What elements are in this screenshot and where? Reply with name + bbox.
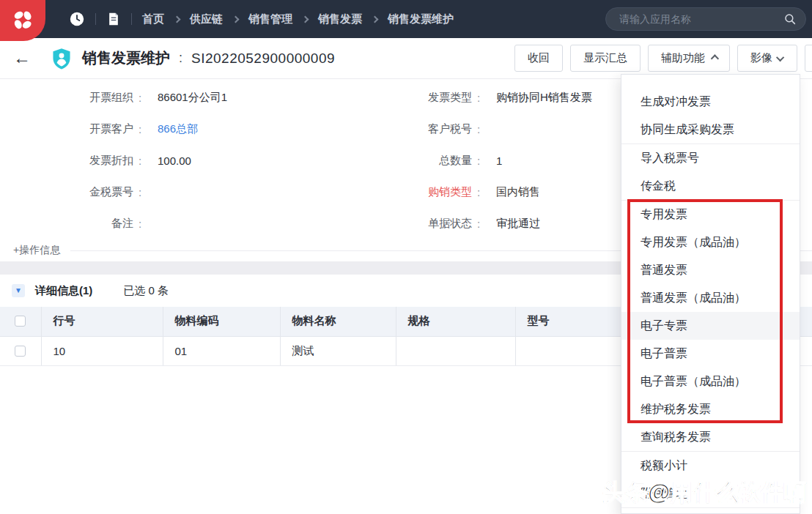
col-material-code[interactable]: 物料编码 (163, 307, 280, 336)
clover-logo-icon (10, 7, 35, 35)
page-header: ← 销售发票维护 : SI2022052900000009 收回 显示汇总 辅助… (0, 38, 812, 79)
purchase-sale-type-value: 国内销售 (496, 185, 540, 199)
auxiliary-functions-button[interactable]: 辅助功能 (648, 45, 730, 72)
topbar-divider (131, 13, 132, 25)
invoice-doc-number: SI2022052900000009 (191, 51, 335, 67)
field-label: 单据状态 (396, 217, 472, 231)
billing-org-value: 86601分公司1 (158, 91, 227, 105)
form-row-billing-customer: 开票客户 : 866总部 (0, 113, 396, 145)
field-label: 总数量 (396, 154, 472, 168)
detail-title: 详细信息(1) (35, 284, 92, 298)
auxiliary-functions-dropdown: 生成对冲发票 协同生成采购发票 导入税票号 传金税 专用发票 专用发票（成品油）… (621, 74, 800, 514)
field-colon: : (139, 154, 146, 167)
field-colon: : (139, 186, 146, 198)
col-line-no[interactable]: 行号 (41, 307, 163, 336)
menu-item-electronic-ordinary-invoice-refined-oil[interactable]: 电子普票（成品油） (621, 368, 800, 395)
field-colon: : (139, 92, 146, 104)
breadcrumb-sales-management[interactable]: 销售管理 (248, 12, 292, 26)
document-icon[interactable] (106, 12, 121, 26)
operation-info-expander[interactable]: +操作信息 (13, 244, 60, 257)
menu-item-generate-offset-invoice[interactable]: 生成对冲发票 (621, 88, 800, 116)
row-checkbox[interactable] (15, 346, 26, 357)
breadcrumb-supply-chain[interactable]: 供应链 (190, 12, 223, 26)
topbar-divider (95, 13, 96, 25)
chevron-right-icon (232, 15, 240, 23)
field-colon: : (477, 217, 484, 230)
menu-item-query-tax-invoice[interactable]: 查询税务发票 (621, 423, 800, 451)
collapse-toggle[interactable]: ▼ (12, 284, 25, 297)
field-colon: : (477, 154, 484, 167)
field-colon: : (477, 92, 484, 104)
chevron-down-icon (776, 53, 784, 61)
breadcrumb: 首页 供应链 销售管理 销售发票 销售发票维护 (142, 12, 454, 26)
search-icon[interactable] (783, 12, 797, 26)
chevron-right-icon (174, 15, 181, 23)
invoice-discount-value: 100.00 (158, 154, 191, 167)
billing-customer-link[interactable]: 866总部 (158, 122, 198, 136)
form-row-billing-org: 开票组织 : 86601分公司1 (0, 82, 396, 113)
field-label: 开票组织 (0, 91, 133, 105)
invoice-shield-icon (51, 48, 72, 70)
cell-line-no: 10 (41, 336, 163, 365)
field-colon: : (139, 123, 146, 135)
selected-count: 已选 0 条 (123, 284, 169, 298)
cell-spec (396, 336, 515, 365)
field-colon: : (139, 217, 146, 230)
back-arrow-icon[interactable]: ← (13, 49, 31, 67)
show-summary-button[interactable]: 显示汇总 (570, 45, 641, 72)
breadcrumb-home[interactable]: 首页 (142, 12, 164, 26)
menu-item-tax-subtotal[interactable]: 税额小计 (621, 452, 800, 480)
field-label: 金税票号 (0, 185, 133, 199)
top-navigation-bar: 首页 供应链 销售管理 销售发票 销售发票维护 (0, 0, 812, 38)
menu-item-maintain-tax-invoice[interactable]: 维护税务发票 (621, 395, 800, 423)
menu-item-electronic-ordinary-invoice[interactable]: 电子普票 (621, 340, 800, 368)
image-button[interactable]: 影像 (737, 45, 797, 72)
menu-item-special-invoice[interactable]: 专用发票 (621, 201, 800, 228)
field-colon: : (477, 123, 484, 135)
header-toolbar: 收回 显示汇总 辅助功能 影像 联查 (514, 45, 812, 72)
menu-item-collab-generate-purchase-invoice[interactable]: 协同生成采购发票 (621, 116, 800, 144)
triangle-down-icon: ▼ (15, 287, 22, 294)
app-logo[interactable] (0, 0, 45, 41)
app-search-box[interactable] (605, 7, 806, 31)
menu-item-send-golden-tax[interactable]: 传金税 (621, 172, 800, 200)
menu-item-ordinary-invoice-refined-oil[interactable]: 普通发票（成品油） (621, 284, 800, 312)
show-summary-button-label: 显示汇总 (583, 51, 627, 65)
linked-query-button[interactable]: 联查 (805, 45, 812, 72)
withdraw-button-label: 收回 (528, 51, 550, 65)
form-row-remark: 备注 : (0, 208, 396, 239)
select-all-checkbox[interactable] (15, 316, 26, 327)
field-label-required: 购销类型 (396, 185, 472, 199)
watermark-text: 头条@用什么软件啊 (602, 477, 806, 508)
withdraw-button[interactable]: 收回 (514, 45, 563, 72)
col-material-name[interactable]: 物料名称 (280, 307, 396, 336)
chevron-right-icon (302, 15, 309, 23)
breadcrumb-sales-invoice[interactable]: 销售发票 (318, 12, 362, 26)
recent-apps-clock-icon[interactable] (69, 11, 85, 27)
form-row-golden-tax-no: 金税票号 : (0, 176, 396, 208)
auxiliary-functions-button-label: 辅助功能 (661, 51, 705, 65)
doc-status-value: 审批通过 (496, 217, 540, 231)
breadcrumb-sales-invoice-maintenance[interactable]: 销售发票维护 (388, 12, 454, 26)
form-row-invoice-discount: 发票折扣 : 100.00 (0, 145, 396, 176)
menu-item-import-tax-ticket-no[interactable]: 导入税票号 (621, 144, 800, 172)
menu-item-electronic-special-invoice[interactable]: 电子专票 (621, 312, 800, 340)
title-separator: : (179, 51, 182, 66)
field-label: 发票类型 (396, 91, 472, 105)
chevron-right-icon (372, 15, 379, 23)
chevron-up-icon (711, 54, 719, 62)
cell-material-name: 测试 (280, 336, 396, 365)
field-colon: : (477, 186, 484, 198)
cell-material-code-link[interactable]: 01 (163, 336, 280, 365)
menu-item-special-invoice-refined-oil[interactable]: 专用发票（成品油） (621, 228, 800, 256)
app-search-input[interactable] (619, 13, 783, 25)
col-spec[interactable]: 规格 (396, 307, 515, 336)
field-label: 发票折扣 (0, 154, 133, 168)
field-label: 开票客户 (0, 122, 133, 136)
invoice-type-value: 购销协同H销售发票 (496, 91, 592, 105)
field-label: 客户税号 (396, 122, 472, 136)
menu-item-ordinary-invoice[interactable]: 普通发票 (621, 256, 800, 284)
image-button-label: 影像 (750, 51, 772, 65)
page-title: 销售发票维护 (82, 48, 170, 68)
field-label: 备注 (0, 217, 133, 231)
